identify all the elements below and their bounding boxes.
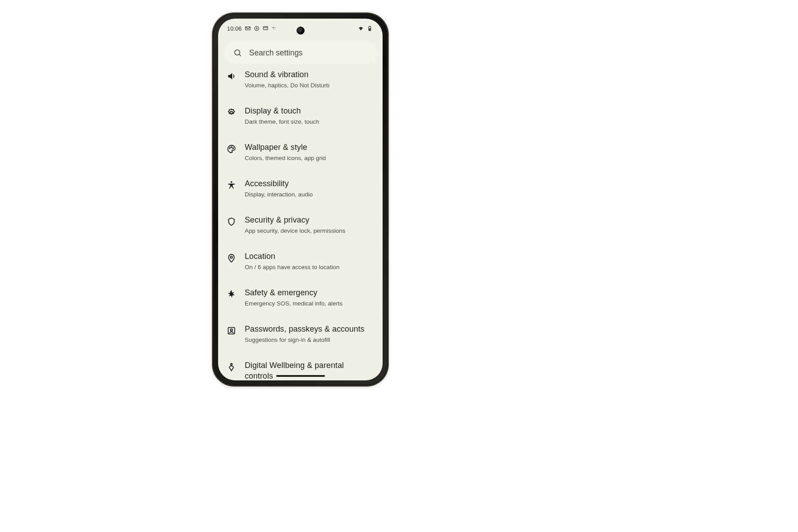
settings-item-title: Sound & vibration	[245, 69, 373, 80]
settings-item-sub: On / 6 apps have access to location	[245, 263, 373, 271]
settings-item-title: Security & privacy	[245, 215, 373, 225]
settings-item-sub: Volume, haptics, Do Not Disturb	[245, 82, 373, 90]
phone-frame: 10:06	[213, 13, 388, 386]
svg-point-13	[231, 181, 232, 183]
svg-rect-7	[369, 28, 371, 31]
settings-item-sound[interactable]: Sound & vibration Volume, haptics, Do No…	[218, 68, 383, 98]
emergency-icon	[226, 289, 237, 300]
settings-item-sub: App security, device lock, permissions	[245, 227, 373, 235]
data-saver-icon	[254, 25, 260, 31]
search-placeholder: Search settings	[249, 48, 303, 58]
settings-item-wallpaper[interactable]: Wallpaper & style Colors, themed icons, …	[218, 134, 383, 170]
brightness-icon	[226, 107, 237, 118]
more-notifications-icon	[271, 25, 278, 31]
status-clock: 10:06	[227, 25, 242, 32]
svg-point-8	[235, 50, 240, 55]
settings-item-title: Location	[245, 251, 373, 262]
svg-point-4	[274, 29, 274, 29]
settings-item-safety[interactable]: Safety & emergency Emergency SOS, medica…	[218, 279, 383, 316]
settings-item-title: Accessibility	[245, 178, 373, 189]
wellbeing-icon	[226, 362, 237, 372]
svg-point-2	[272, 27, 273, 28]
settings-item-accessibility[interactable]: Accessibility Display, interaction, audi…	[218, 170, 383, 207]
svg-point-3	[274, 27, 275, 28]
svg-point-17	[231, 364, 232, 365]
svg-point-11	[231, 147, 232, 148]
svg-point-16	[231, 329, 233, 331]
settings-item-title: Safety & emergency	[245, 287, 373, 298]
battery-icon	[367, 25, 373, 31]
svg-point-10	[229, 148, 230, 149]
settings-item-title: Wallpaper & style	[245, 142, 373, 153]
svg-rect-1	[263, 27, 267, 30]
settings-item-sub: Display, interaction, audio	[245, 191, 373, 199]
svg-point-12	[233, 148, 234, 149]
settings-item-title: Passwords, passkeys & accounts	[245, 324, 373, 334]
settings-item-sub: Dark theme, font size, touch	[245, 118, 373, 126]
settings-item-display[interactable]: Display & touch Dark theme, font size, t…	[218, 98, 383, 134]
search-settings[interactable]: Search settings	[224, 42, 376, 64]
account-box-icon	[226, 325, 237, 336]
front-camera	[297, 27, 305, 35]
gesture-nav-handle[interactable]	[276, 375, 325, 377]
svg-rect-6	[369, 26, 370, 27]
accessibility-icon	[226, 180, 237, 191]
settings-item-title: Display & touch	[245, 106, 373, 116]
settings-item-sub: Colors, themed icons, app grid	[245, 154, 373, 162]
search-icon	[233, 48, 242, 57]
svg-point-9	[230, 111, 233, 114]
settings-item-sub: Suggestions for sign-in & autofill	[245, 336, 373, 344]
settings-item-location[interactable]: Location On / 6 apps have access to loca…	[218, 243, 383, 279]
screenshot-icon	[262, 25, 269, 31]
gmail-icon	[245, 25, 251, 31]
settings-item-passwords[interactable]: Passwords, passkeys & accounts Suggestio…	[218, 316, 383, 352]
palette-icon	[226, 144, 237, 154]
svg-point-14	[231, 256, 233, 258]
settings-item-sub: Emergency SOS, medical info, alerts	[245, 300, 373, 308]
location-icon	[226, 253, 237, 263]
shield-icon	[226, 216, 237, 227]
wifi-icon	[358, 25, 364, 31]
settings-item-security[interactable]: Security & privacy App security, device …	[218, 207, 383, 243]
settings-list[interactable]: Sound & vibration Volume, haptics, Do No…	[218, 68, 383, 380]
volume-icon	[226, 71, 237, 82]
phone-screen: 10:06	[218, 19, 383, 380]
settings-item-title: Digital Wellbeing & parental controls	[245, 360, 373, 380]
